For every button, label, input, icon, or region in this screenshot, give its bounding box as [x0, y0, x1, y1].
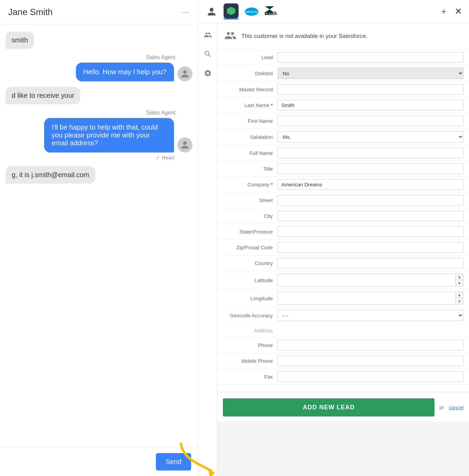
form-row-deleted: Deleted No Yes	[217, 65, 469, 82]
form-row-company: Company	[217, 177, 469, 193]
input-lead[interactable]	[278, 52, 464, 63]
avatar	[177, 66, 192, 81]
add-new-lead-button[interactable]: ADD NEW LEAD	[223, 398, 434, 416]
svg-text:salesforce: salesforce	[245, 11, 257, 13]
agent-message: Hello. How may I help you?	[76, 63, 174, 81]
label-full-name: Full Name	[223, 150, 278, 156]
more-options-button[interactable]: ···	[182, 8, 190, 17]
input-state[interactable]	[278, 226, 464, 237]
agent-label: Sales Agent	[146, 54, 175, 61]
label-geocode: Geocode Accuracy	[223, 313, 278, 318]
label-title: Title	[223, 166, 278, 172]
zendesk-logo-icon: zen desk	[265, 5, 280, 18]
label-latitude: Latitude	[223, 277, 278, 283]
label-lead: Lead	[223, 54, 278, 60]
customer-message: g, it is j.smith@email.com	[5, 166, 95, 184]
salesforce-logo-icon: salesforce	[244, 5, 259, 18]
sidebar-item-search[interactable]	[202, 48, 214, 60]
salesforce-icon[interactable]: salesforce	[244, 4, 259, 19]
longitude-increment-button[interactable]: ▲	[456, 292, 463, 298]
customer-message: d like to receive your	[5, 87, 80, 104]
select-geocode[interactable]: - - Address NearAddress Block	[278, 310, 464, 321]
salesforce-form: Lead Deleted No Yes Master Record	[217, 50, 469, 392]
input-fax[interactable]	[278, 371, 464, 382]
label-last-name: Last Name	[223, 102, 278, 108]
label-longitude: Longitude	[223, 295, 278, 301]
list-item: Sales Agent I'll be happy to help with t…	[5, 110, 192, 161]
input-first-name[interactable]	[278, 116, 464, 126]
search-icon	[204, 50, 212, 58]
chat-panel: Jane Smith ··· smith Sales Agent Hello. …	[0, 0, 198, 476]
person-icon	[180, 69, 189, 78]
input-mobile-phone[interactable]	[278, 356, 464, 366]
input-full-name[interactable]	[278, 148, 464, 158]
form-row-fax: Fax	[217, 369, 469, 385]
input-master-record[interactable]	[278, 84, 464, 95]
label-company: Company	[223, 182, 278, 187]
list-item: smith	[5, 31, 192, 49]
close-button[interactable]: ✕	[455, 6, 462, 17]
input-title[interactable]	[278, 163, 464, 174]
customer-message: smith	[5, 31, 34, 49]
app-icon[interactable]	[224, 3, 239, 18]
label-state: State/Province	[223, 229, 278, 235]
list-item: d like to receive your	[5, 87, 192, 104]
form-row-street: Street	[217, 193, 469, 208]
input-longitude[interactable]	[278, 292, 455, 304]
label-fax: Fax	[223, 374, 278, 380]
person-icon	[207, 7, 216, 16]
form-row-zip: Zip/Postal Code	[217, 240, 469, 255]
person-group-icon	[224, 29, 237, 42]
agent-label: Sales Agent	[146, 110, 175, 116]
label-city: City	[223, 213, 278, 219]
active-tab-indicator	[224, 18, 239, 19]
input-country[interactable]	[278, 258, 464, 268]
select-salutation[interactable]: Ms. Mr. Dr. Prof.	[278, 131, 464, 143]
cancel-link[interactable]: cancel	[449, 405, 464, 410]
settings-icon	[204, 69, 212, 77]
form-row-title: Title	[217, 161, 469, 177]
form-row-phone: Phone	[217, 338, 469, 353]
input-last-name[interactable]	[278, 100, 464, 110]
form-row-geocode: Geocode Accuracy - - Address NearAddress…	[217, 307, 469, 324]
form-row-salutation: Salutation Ms. Mr. Dr. Prof.	[217, 129, 469, 145]
form-row-latitude: Latitude ▲ ▼	[217, 271, 469, 289]
people-icon	[204, 31, 212, 39]
send-button[interactable]: Send	[156, 453, 191, 471]
label-address: Address	[223, 328, 278, 333]
latitude-decrement-button[interactable]: ▼	[456, 280, 463, 286]
spinner-latitude: ▲ ▼	[278, 274, 464, 287]
not-available-text: This customer is not available in your S…	[241, 32, 367, 40]
input-street[interactable]	[278, 195, 464, 206]
right-panel: salesforce zen desk + ✕	[198, 0, 469, 476]
sidebar	[198, 23, 217, 476]
chat-header: Jane Smith ···	[0, 0, 198, 25]
label-deleted: Deleted	[223, 70, 278, 76]
app-logo-icon	[226, 6, 236, 16]
list-item: g, it is j.smith@email.com	[5, 166, 192, 184]
form-row-mobile-phone: Mobile Phone	[217, 353, 469, 369]
main-content: This customer is not available in your S…	[198, 23, 469, 476]
longitude-decrement-button[interactable]: ▼	[456, 298, 463, 304]
person-tab-icon[interactable]	[205, 5, 218, 18]
label-master-record: Master Record	[223, 87, 278, 92]
zendesk-icon[interactable]: zen desk	[265, 4, 280, 19]
spinner-longitude: ▲ ▼	[278, 292, 464, 305]
notice-icon	[224, 29, 237, 43]
latitude-increment-button[interactable]: ▲	[456, 274, 463, 280]
read-status: ✓ Read	[156, 155, 174, 161]
add-button[interactable]: +	[441, 6, 446, 17]
input-zip[interactable]	[278, 242, 464, 253]
form-row-full-name: Full Name	[217, 145, 469, 161]
input-phone[interactable]	[278, 340, 464, 351]
label-street: Street	[223, 197, 278, 203]
input-city[interactable]	[278, 211, 464, 221]
agent-message: I'll be happy to help with that, could y…	[44, 118, 174, 153]
sidebar-item-people[interactable]	[202, 29, 214, 41]
not-available-notice: This customer is not available in your S…	[217, 23, 469, 50]
select-deleted[interactable]: No Yes	[278, 68, 464, 79]
form-row-state: State/Province	[217, 224, 469, 240]
input-company[interactable]	[278, 179, 464, 190]
sidebar-item-settings[interactable]	[202, 67, 214, 79]
input-latitude[interactable]	[278, 274, 455, 286]
